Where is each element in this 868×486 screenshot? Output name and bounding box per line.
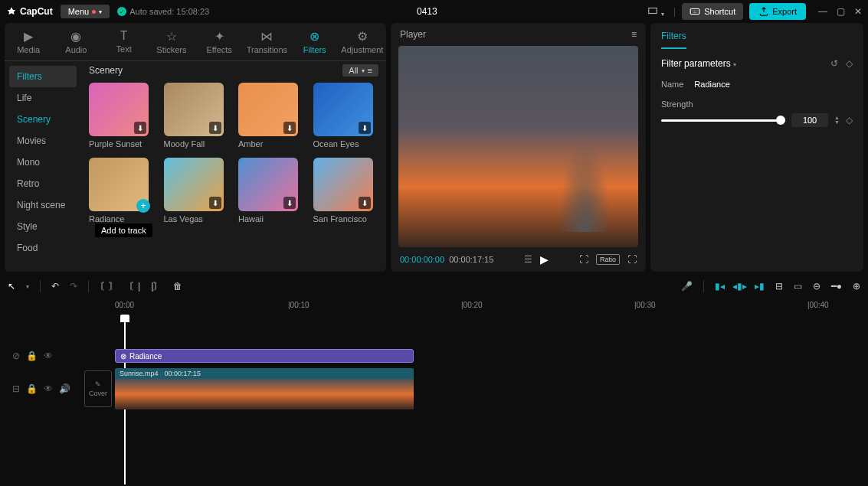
inspector-panel: Filters Filter parameters ▾ ↺ ◇ Name Rad… [650,23,863,272]
zoom-in-icon[interactable]: ⊕ [853,281,860,292]
tab-audio[interactable]: ◉Audio [52,28,100,56]
track-settings-icon[interactable]: ⊟ [12,383,20,394]
name-label: Name [661,80,683,89]
delete-button[interactable]: 🗑 [173,281,182,292]
split-button[interactable]: 〘〙 [100,280,118,293]
edit-icon: ✎ [95,380,101,388]
download-icon[interactable]: ⬇ [283,197,296,209]
list-icon[interactable]: ☰ [524,254,532,265]
magnet-center-icon[interactable]: ◂▮▸ [732,281,747,292]
align-icon[interactable]: ⊟ [775,281,783,292]
export-icon [758,6,769,17]
app-name: CapCut [20,6,53,17]
filter-icon: ⊗ [120,352,126,360]
sidebar-item-life[interactable]: Life [9,87,77,109]
player-menu-icon[interactable]: ≡ [631,29,637,40]
scissors-icon [6,6,17,17]
export-button[interactable]: Export [749,3,806,20]
split-right-button[interactable]: |〙 [151,280,162,293]
filter-card[interactable]: ⬇Moody Fall [164,83,224,148]
ratio-button[interactable]: Ratio [596,254,620,265]
link-icon[interactable]: ⊘ [12,351,20,361]
sidebar-item-movies[interactable]: Movies [9,130,77,152]
tab-stickers[interactable]: ☆Stickers [148,28,195,56]
fullscreen-icon[interactable]: ⛶ [627,254,637,265]
sidebar-item-mono[interactable]: Mono [9,152,77,173]
lock-icon[interactable]: 🔒 [26,351,38,361]
filter-card[interactable]: ⬇Hawaii [238,158,298,223]
show-all-button[interactable]: All ▾ ≡ [342,64,378,77]
tab-transitions[interactable]: ⋈Transitions [243,28,290,56]
lock-icon[interactable]: 🔒 [26,383,38,394]
sidebar-item-retro[interactable]: Retro [9,173,77,194]
redo-button[interactable]: ↷ [70,281,77,292]
name-value: Radiance [694,80,729,89]
add-to-track-button[interactable]: + [136,199,150,213]
video-clip[interactable]: Sunrise.mp4 00:00:17:15 [115,368,414,409]
app-logo: CapCut [6,6,53,17]
download-icon[interactable]: ⬇ [209,122,221,134]
filter-card[interactable]: ⬇Purple Sunset [89,83,149,148]
strength-slider[interactable] [661,119,785,122]
download-icon[interactable]: ⬇ [359,122,371,134]
timeline-ruler[interactable]: 00:00 |00:10 |00:20 |00:30 |00:40 [115,298,860,316]
time-display: 00:00:00:00 00:00:17:15 [400,255,493,264]
cover-button[interactable]: ✎ Cover [84,370,112,407]
new-indicator-icon [92,10,96,14]
visibility-icon[interactable]: 👁 [44,383,53,394]
filter-card[interactable]: ⬇Amber [238,83,298,148]
filter-card[interactable]: ⬇Ocean Eyes [313,83,373,148]
close-button[interactable]: ✕ [854,6,862,17]
visibility-icon[interactable]: 👁 [44,351,53,361]
project-title: 0413 [217,6,637,17]
download-icon[interactable]: ⬇ [134,122,146,134]
maximize-button[interactable]: ▢ [837,6,845,17]
download-icon[interactable]: ⬇ [209,197,221,209]
tab-media[interactable]: ▶Media [5,28,52,56]
download-icon[interactable]: ⬇ [283,122,296,134]
filter-categories: Filters Life Scenery Movies Mono Retro N… [5,61,81,272]
keyboard-icon [689,6,700,17]
aspect-ratio-button[interactable]: ▾ [644,2,667,21]
reset-icon[interactable]: ↺ [830,58,838,69]
keyframe-icon[interactable]: ◇ [846,115,853,126]
timeline: 00:00 |00:10 |00:20 |00:30 |00:40 ⊘ 🔒 👁 … [0,298,868,411]
filter-clip[interactable]: ⊗ Radiance [115,349,414,363]
filter-card[interactable]: ⬇Las Vegas [164,158,224,223]
zoom-slider[interactable]: ━● [831,281,842,292]
undo-button[interactable]: ↶ [51,281,59,292]
shortcut-button[interactable]: Shortcut [682,3,743,20]
sidebar-item-filters[interactable]: Filters [9,66,77,87]
sidebar-item-food[interactable]: Food [9,237,77,259]
stepper-down[interactable]: ▼ [834,120,840,125]
tab-filters[interactable]: ⊗Filters [291,28,339,56]
keyframe-icon[interactable]: ◇ [846,58,853,69]
split-left-button[interactable]: 〘| [129,280,140,293]
filter-card[interactable]: +RadianceAdd to track [89,158,149,223]
strength-input[interactable] [791,113,828,127]
crop-icon[interactable]: ⛶ [579,254,588,265]
grid-section-title: Scenery [89,65,123,76]
player-preview[interactable] [398,46,638,247]
download-icon[interactable]: ⬇ [359,197,371,209]
mic-icon[interactable]: 🎤 [681,281,693,292]
menu-button[interactable]: Menu▾ [61,5,110,18]
minimize-button[interactable]: — [818,6,827,17]
sidebar-item-scenery[interactable]: Scenery [9,109,77,130]
sidebar-item-night-scene[interactable]: Night scene [9,194,77,216]
magnet-left-icon[interactable]: ▮◂ [715,281,725,292]
mute-icon[interactable]: 🔊 [59,383,70,394]
filter-card[interactable]: ⬇San Francisco [313,158,373,223]
player-title: Player [400,29,426,40]
tooltip: Add to track [95,223,152,237]
zoom-out-icon[interactable]: ⊖ [813,281,821,292]
tab-text[interactable]: TText [100,28,148,56]
library-tabs: ▶Media ◉Audio TText ☆Stickers ✦Effects ⋈… [5,23,386,61]
tab-effects[interactable]: ✦Effects [195,28,243,56]
preview-icon[interactable]: ▭ [794,281,802,292]
play-button[interactable]: ▶ [540,253,549,266]
tab-adjustment[interactable]: ⚙Adjustment [339,28,386,56]
sidebar-item-style[interactable]: Style [9,216,77,237]
magnet-right-icon[interactable]: ▸▮ [755,281,765,292]
pointer-tool[interactable]: ↖ [8,281,15,292]
